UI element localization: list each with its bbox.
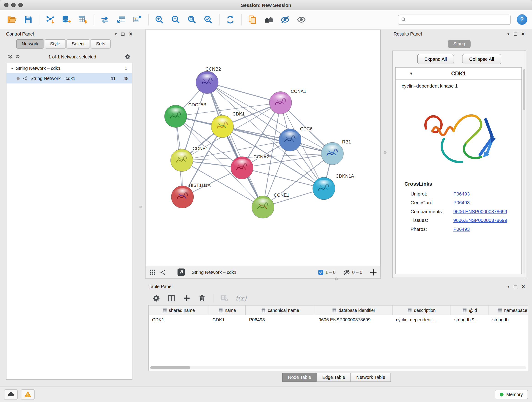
column-header-name[interactable]: name <box>209 306 246 315</box>
zoom-fit-button[interactable] <box>185 12 199 27</box>
network-node-hist1h1a[interactable]: HIST1H1A <box>171 183 211 208</box>
float-panel-icon[interactable]: ▾ <box>507 32 509 36</box>
gene-card-header[interactable]: ▼ CDK1 <box>396 68 521 80</box>
network-node-rb1[interactable]: RB1 <box>321 139 351 165</box>
maximize-panel-icon[interactable] <box>514 285 517 288</box>
zoom-in-button[interactable] <box>152 12 167 27</box>
delete-column-icon[interactable] <box>198 294 206 302</box>
network-node-cdkn1a[interactable]: CDKN1A <box>313 173 354 200</box>
crosslink-link[interactable]: P06493 <box>453 226 469 232</box>
hide-selected-button[interactable] <box>278 12 292 27</box>
column-header-canonical-name[interactable]: canonical name <box>246 306 315 315</box>
zoom-selected-button[interactable] <box>201 12 215 27</box>
import-network-database-button[interactable] <box>59 12 74 27</box>
import-network-file-button[interactable] <box>43 12 57 27</box>
crosslink-link[interactable]: P06493 <box>453 191 469 197</box>
expand-all-button[interactable]: Expand All <box>417 54 454 64</box>
horizontal-splitter-handle[interactable] <box>335 278 338 280</box>
collapse-triangle-icon[interactable]: ▾ <box>11 66 13 70</box>
column-header-namespace[interactable]: namespace <box>489 306 528 315</box>
network-collection-row[interactable]: ▾ String Network – cdk1 1 <box>6 63 132 73</box>
column-header-description[interactable]: description <box>393 306 451 315</box>
open-in-new-window-icon[interactable] <box>177 268 186 277</box>
copy-document-button[interactable] <box>245 12 260 27</box>
results-scrollbar[interactable] <box>523 69 525 274</box>
cloud-button[interactable] <box>4 389 18 400</box>
left-splitter-handle[interactable] <box>139 206 142 208</box>
float-panel-icon[interactable]: ▾ <box>115 32 117 36</box>
network-node-ccna2[interactable]: CCNA2 <box>231 154 269 179</box>
minimize-window-button[interactable] <box>11 3 16 7</box>
table-cell[interactable]: P06493 <box>246 315 315 325</box>
open-session-button[interactable] <box>5 12 19 27</box>
title-bar[interactable]: Session: New Session <box>0 0 532 10</box>
network-overview-icon[interactable] <box>159 269 167 276</box>
pan-move-icon[interactable] <box>370 269 377 276</box>
table-horizontal-scrollbar[interactable] <box>150 366 526 369</box>
tab-select[interactable]: Select <box>66 39 90 49</box>
float-panel-icon[interactable]: ▾ <box>507 285 509 288</box>
show-columns-icon[interactable] <box>167 294 176 302</box>
table-settings-gear-icon[interactable] <box>152 294 160 302</box>
table-cell[interactable]: 9606.ENSP00000378699 <box>315 315 393 325</box>
memory-button[interactable]: Memory <box>495 390 528 399</box>
hidden-eye-slash-icon[interactable] <box>343 269 350 276</box>
table-cell[interactable]: stringdb:9... <box>451 315 489 325</box>
table-cell[interactable]: cyclin–dependent ... <box>393 315 451 325</box>
export-image-button[interactable] <box>130 12 145 27</box>
network-canvas[interactable]: CCNB2CCNA1CDC25BCDK1CDC6RB1CCNB1CCNA2CDK… <box>146 30 380 266</box>
scrollbar-thumb[interactable] <box>150 366 190 369</box>
table-row[interactable]: CDK1CDK1P064939606.ENSP00000378699cyclin… <box>149 315 528 325</box>
import-table-file-button[interactable] <box>76 12 90 27</box>
crosslink-link[interactable]: 9606.ENSP00000378699 <box>453 209 507 214</box>
tab-network[interactable]: Network <box>16 39 44 49</box>
table-cell[interactable]: CDK1 <box>209 315 246 325</box>
close-panel-icon[interactable]: × <box>521 31 525 37</box>
crosslink-link[interactable]: P06493 <box>453 200 469 205</box>
right-splitter-handle[interactable] <box>384 151 386 154</box>
network-edge[interactable] <box>207 83 263 207</box>
network-node-ccnb1[interactable]: CCNB1 <box>171 146 208 172</box>
maximize-panel-icon[interactable] <box>121 32 125 35</box>
collapse-all-button[interactable]: Collapse All <box>462 54 501 64</box>
tab-style[interactable]: Style <box>45 39 66 49</box>
tab-sets[interactable]: Sets <box>90 39 110 49</box>
table-cell[interactable]: stringdb <box>489 315 528 325</box>
new-network-button[interactable] <box>98 12 112 27</box>
network-node-ccna1[interactable]: CCNA1 <box>269 89 306 114</box>
tab-edge-table[interactable]: Edge Table <box>317 372 351 382</box>
refresh-network-button[interactable] <box>223 12 237 27</box>
network-canvas-container[interactable]: CCNB2CCNA1CDC25BCDK1CDC6RB1CCNB1CCNA2CDK… <box>145 30 381 266</box>
tab-node-table[interactable]: Node Table <box>282 372 317 382</box>
network-options-gear-icon[interactable] <box>124 53 131 60</box>
grid-view-icon[interactable] <box>149 269 156 276</box>
new-table-button[interactable] <box>114 12 128 27</box>
table-cell[interactable]: CDK1 <box>149 315 209 325</box>
column-header-database-identifier[interactable]: database identifier <box>315 306 393 315</box>
search-box[interactable] <box>398 14 511 25</box>
close-window-button[interactable] <box>4 3 8 7</box>
close-panel-icon[interactable]: × <box>129 31 133 37</box>
warnings-button[interactable] <box>21 389 35 400</box>
expand-all-networks-icon[interactable] <box>7 54 13 59</box>
results-tab-string[interactable]: String <box>448 40 471 48</box>
column-header-@id[interactable]: @id <box>451 306 489 315</box>
collapse-triangle-icon[interactable]: ▼ <box>409 71 413 76</box>
help-button[interactable]: ? <box>517 14 527 25</box>
collapse-all-networks-icon[interactable] <box>15 54 20 59</box>
zoom-window-button[interactable] <box>18 3 23 7</box>
network-row-selected[interactable]: String Network – cdk1 11 48 <box>6 73 132 83</box>
search-input[interactable] <box>408 17 507 22</box>
maximize-panel-icon[interactable] <box>514 32 517 35</box>
close-panel-icon[interactable]: × <box>521 283 525 289</box>
tab-network-table[interactable]: Network Table <box>351 372 391 382</box>
save-session-button[interactable] <box>21 12 35 27</box>
zoom-out-button[interactable] <box>169 12 183 27</box>
column-header-shared-name[interactable]: shared name <box>149 306 209 315</box>
add-column-icon[interactable] <box>183 294 191 302</box>
show-all-button[interactable] <box>294 12 308 27</box>
selection-checkbox-icon[interactable] <box>318 270 323 275</box>
crosslink-link[interactable]: 9606.ENSP00000378699 <box>453 217 507 223</box>
network-node-cdk1[interactable]: CDK1 <box>211 111 245 138</box>
home-button[interactable] <box>262 12 276 27</box>
